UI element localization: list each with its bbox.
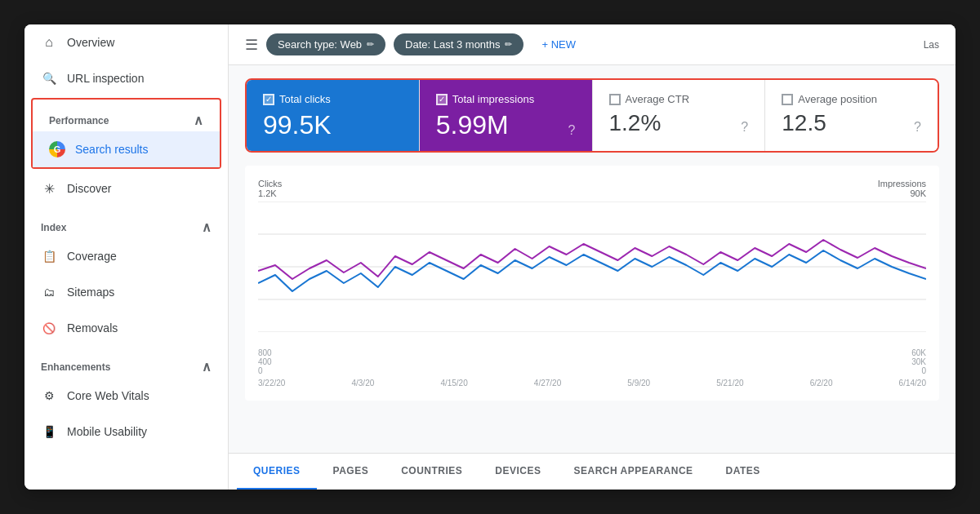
x-label-2: 4/15/20: [440, 379, 467, 388]
sidebar-item-search-results[interactable]: Search results: [33, 131, 220, 167]
new-button[interactable]: + NEW: [532, 33, 586, 55]
clicks-checkbox[interactable]: [263, 94, 274, 105]
position-checkbox[interactable]: [782, 94, 793, 105]
metric-impressions-header: Total impressions: [436, 93, 576, 105]
tab-devices[interactable]: DEVICES: [479, 454, 557, 490]
metric-total-impressions[interactable]: Total impressions 5.99M ?: [420, 80, 593, 151]
chevron-up-icon: ∧: [194, 113, 203, 128]
x-label-7: 6/14/20: [899, 379, 926, 388]
vitals-icon: [41, 388, 57, 404]
clicks-label: Total clicks: [279, 93, 331, 105]
app-container: Overview URL inspection Performance ∧ Se…: [24, 24, 956, 490]
sidebar-item-overview[interactable]: Overview: [24, 24, 228, 60]
last-text: Las: [924, 39, 939, 51]
metric-average-ctr[interactable]: Average CTR 1.2% ?: [593, 80, 766, 151]
chart-container: Clicks 1.2K Impressions 90K: [245, 166, 939, 401]
chart-svg: [258, 202, 926, 348]
chart-y-left-max: 1.2K: [258, 188, 282, 198]
google-g-icon: [49, 141, 65, 157]
impressions-help-icon[interactable]: ?: [568, 123, 576, 138]
sidebar-url-label: URL inspection: [67, 72, 144, 85]
x-label-1: 4/3/20: [351, 379, 374, 388]
metric-clicks-header: Total clicks: [263, 93, 403, 105]
sidebar-item-sitemaps[interactable]: Sitemaps: [24, 274, 228, 310]
chart-y-right-low: 30K: [911, 357, 926, 366]
chart-y-400: 400: [258, 357, 272, 366]
position-value: 12.5: [782, 112, 826, 135]
chart-y-800: 800: [258, 348, 272, 357]
removals-label: Removals: [67, 321, 118, 335]
mobile-icon: [41, 423, 57, 440]
sidebar-item-core-web-vitals[interactable]: Core Web Vitals: [24, 378, 228, 414]
metric-ctr-header: Average CTR: [609, 93, 749, 105]
performance-label: Performance: [49, 115, 109, 126]
chevron-up-icon-2: ∧: [202, 219, 212, 235]
pencil-icon: ✏: [367, 39, 374, 50]
pencil-icon-2: ✏: [505, 39, 512, 50]
x-label-3: 4/27/20: [534, 379, 561, 388]
tab-pages[interactable]: PAGES: [317, 454, 385, 490]
performance-section-group: Performance ∧ Search results: [31, 98, 221, 169]
position-help-icon[interactable]: ?: [914, 120, 921, 135]
index-label: Index: [41, 222, 66, 233]
sidebar-item-mobile-usability[interactable]: Mobile Usability: [24, 414, 228, 450]
tab-dates[interactable]: DATES: [710, 454, 777, 490]
tab-countries[interactable]: COUNTRIES: [385, 454, 479, 490]
sidebar-section-performance: Performance ∧: [33, 100, 220, 131]
chart-y-right-label: Impressions: [878, 179, 926, 188]
ctr-label: Average CTR: [626, 93, 690, 105]
chart-y-zero-right: 0: [921, 366, 926, 375]
removals-icon: [41, 320, 57, 336]
chevron-up-icon-3: ∧: [202, 359, 212, 374]
x-label-0: 3/22/20: [258, 379, 285, 388]
sidebar-item-url-inspection[interactable]: URL inspection: [24, 60, 228, 96]
mobile-label: Mobile Usability: [67, 425, 147, 438]
impressions-value: 5.99M: [436, 112, 509, 138]
sidebar-section-index: Index ∧: [24, 206, 228, 238]
metric-average-position[interactable]: Average position 12.5 ?: [765, 80, 938, 151]
sidebar-overview-label: Overview: [67, 36, 114, 49]
search-results-label: Search results: [75, 143, 148, 156]
tab-queries[interactable]: QUERIES: [237, 454, 317, 490]
chart-x-labels: 3/22/20 4/3/20 4/15/20 4/27/20 5/9/20 5/…: [258, 379, 926, 388]
new-label: + NEW: [541, 38, 576, 51]
x-label-4: 5/9/20: [627, 379, 650, 388]
impressions-checkbox[interactable]: [436, 94, 448, 105]
sidebar-item-coverage[interactable]: Coverage: [24, 238, 228, 274]
chart-y-right-max: 90K: [878, 188, 926, 198]
sitemaps-label: Sitemaps: [67, 286, 114, 299]
chart-y-left-label: Clicks: [258, 179, 282, 188]
date-button[interactable]: Date: Last 3 months ✏: [394, 33, 523, 55]
enhancements-label: Enhancements: [41, 361, 110, 373]
sidebar-item-discover[interactable]: Discover: [24, 171, 228, 206]
search-type-button[interactable]: Search type: Web ✏: [266, 33, 385, 55]
position-label: Average position: [798, 93, 877, 105]
chart-y-right-mid: 60K: [911, 348, 926, 357]
sidebar-item-removals[interactable]: Removals: [24, 310, 228, 346]
search-type-label: Search type: Web: [278, 38, 362, 51]
metric-position-header: Average position: [782, 93, 921, 105]
x-label-5: 5/21/20: [716, 379, 743, 388]
discover-label: Discover: [67, 182, 111, 195]
tabs-bar: QUERIES PAGES COUNTRIES DEVICES SEARCH A…: [229, 453, 956, 490]
ctr-value: 1.2%: [609, 112, 662, 135]
clicks-value: 99.5K: [263, 112, 332, 138]
home-icon: [41, 34, 57, 51]
coverage-icon: [41, 248, 57, 264]
toolbar: ☰ Search type: Web ✏ Date: Last 3 months…: [229, 24, 956, 65]
coverage-label: Coverage: [67, 250, 117, 263]
impressions-label: Total impressions: [452, 93, 534, 105]
tab-search-appearance[interactable]: SEARCH APPEARANCE: [558, 454, 710, 490]
sidebar-section-enhancements: Enhancements ∧: [24, 346, 228, 378]
filter-icon[interactable]: ☰: [245, 36, 258, 54]
search-icon: [41, 70, 57, 86]
ctr-help-icon[interactable]: ?: [741, 120, 748, 135]
date-label: Date: Last 3 months: [405, 38, 500, 51]
x-label-6: 6/2/20: [810, 379, 833, 388]
metric-total-clicks[interactable]: Total clicks 99.5K: [247, 80, 420, 151]
vitals-label: Core Web Vitals: [67, 389, 149, 402]
ctr-checkbox[interactable]: [609, 94, 621, 105]
metric-cards: Total clicks 99.5K Total impressions 5.9…: [245, 78, 939, 153]
chart-y-zero-left: 0: [258, 366, 263, 375]
main-content: ☰ Search type: Web ✏ Date: Last 3 months…: [229, 24, 956, 490]
